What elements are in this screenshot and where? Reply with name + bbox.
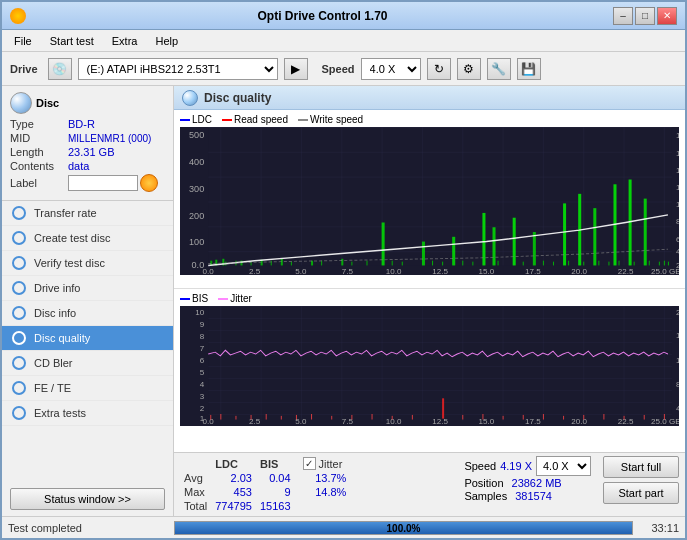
svg-rect-66 (553, 262, 554, 266)
svg-text:15.0: 15.0 (479, 418, 495, 427)
samples-value: 381574 (515, 490, 552, 502)
app-icon (10, 8, 26, 24)
svg-text:4: 4 (200, 381, 205, 390)
sidebar-item-disc-info[interactable]: Disc info (2, 301, 173, 326)
status-window-button[interactable]: Status window >> (10, 488, 165, 510)
sidebar-item-transfer-rate[interactable]: Transfer rate (2, 201, 173, 226)
svg-rect-125 (583, 415, 584, 420)
svg-rect-74 (659, 262, 660, 266)
cd-bler-label: CD Bler (34, 357, 73, 369)
menu-start-test[interactable]: Start test (42, 33, 102, 49)
sidebar-item-disc-quality[interactable]: Disc quality (2, 326, 173, 351)
stats-avg-bis: 0.04 (256, 471, 295, 485)
svg-text:14 X: 14 X (676, 166, 679, 175)
svg-text:18 X: 18 X (676, 132, 679, 141)
close-button[interactable]: ✕ (657, 7, 677, 25)
verify-test-disc-label: Verify test disc (34, 257, 105, 269)
stats-speed-select[interactable]: 4.0 X (536, 456, 591, 476)
drive-action-icon[interactable]: ▶ (284, 58, 308, 80)
refresh-icon[interactable]: ↻ (427, 58, 451, 80)
stats-total-bis: 15163 (256, 499, 295, 513)
stats-avg-ldc: 2.03 (211, 471, 256, 485)
speed-info-value: 4.19 X (500, 460, 532, 472)
menu-help[interactable]: Help (147, 33, 186, 49)
svg-rect-54 (321, 261, 322, 266)
disc-label-key: Label (10, 177, 68, 189)
svg-rect-52 (271, 261, 272, 266)
speed-display-row: Speed 4.19 X 4.0 X (464, 456, 591, 476)
disc-label-icon[interactable] (140, 174, 158, 192)
svg-text:8: 8 (200, 333, 204, 342)
window-title: Opti Drive Control 1.70 (32, 9, 613, 23)
svg-text:3: 3 (200, 393, 204, 402)
sidebar-item-cd-bler[interactable]: CD Bler (2, 351, 173, 376)
jitter-checkbox[interactable]: ✓ (303, 457, 316, 470)
disc-mid-val: MILLENMR1 (000) (68, 133, 151, 144)
stats-max-ldc: 453 (211, 485, 256, 499)
sidebar-item-create-test-disc[interactable]: Create test disc (2, 226, 173, 251)
svg-text:7.5: 7.5 (342, 267, 354, 275)
sidebar-item-fe-te[interactable]: FE / TE (2, 376, 173, 401)
svg-text:5.0: 5.0 (295, 267, 307, 275)
svg-text:22.5: 22.5 (618, 418, 634, 427)
stats-table: LDC BIS ✓ Jitter Avg 2.03 0.04 (180, 456, 350, 513)
drive-label: Drive (10, 63, 38, 75)
settings-icon2[interactable]: 🔧 (487, 58, 511, 80)
svg-text:25.0 GB: 25.0 GB (651, 267, 679, 275)
drive-select[interactable]: (E:) ATAPI iHBS212 2.53T1 (78, 58, 278, 80)
svg-rect-65 (543, 261, 544, 266)
write-speed-dot (298, 119, 308, 121)
svg-rect-120 (482, 414, 483, 420)
stats-max-bis: 9 (256, 485, 295, 499)
bis-chart-panel: BIS Jitter (174, 289, 685, 452)
maximize-button[interactable]: □ (635, 7, 655, 25)
svg-text:10: 10 (195, 309, 204, 318)
svg-rect-108 (251, 415, 252, 420)
stats-avg-key: Avg (180, 471, 211, 485)
disc-type-key: Type (10, 118, 68, 130)
svg-rect-69 (598, 261, 599, 266)
drive-eject-icon[interactable]: 💿 (48, 58, 72, 80)
bis-chart-svg: 10 9 8 7 6 5 4 3 2 1 20% 16% 12% (180, 306, 679, 426)
disc-length-key: Length (10, 146, 68, 158)
speed-select[interactable]: 4.0 X (361, 58, 421, 80)
settings-icon1[interactable]: ⚙ (457, 58, 481, 80)
sidebar-item-extra-tests[interactable]: Extra tests (2, 401, 173, 426)
disc-mid-key: MID (10, 132, 68, 144)
svg-rect-48 (644, 199, 647, 266)
minimize-button[interactable]: – (613, 7, 633, 25)
stats-total-jitter (295, 499, 351, 513)
svg-rect-114 (351, 415, 352, 420)
svg-rect-67 (568, 261, 569, 266)
sidebar-item-drive-info[interactable]: Drive info (2, 276, 173, 301)
menu-bar: File Start test Extra Help (2, 30, 685, 52)
svg-text:20.0: 20.0 (571, 418, 587, 427)
transfer-rate-icon (10, 206, 28, 220)
action-buttons: Start full Start part (603, 456, 679, 504)
save-icon[interactable]: 💾 (517, 58, 541, 80)
start-full-button[interactable]: Start full (603, 456, 679, 478)
svg-rect-35 (341, 259, 343, 266)
svg-rect-113 (331, 416, 332, 420)
svg-text:16%: 16% (676, 332, 679, 341)
svg-text:4 X: 4 X (676, 247, 679, 256)
svg-text:8 X: 8 X (676, 218, 679, 227)
svg-rect-53 (291, 262, 292, 266)
sidebar-item-verify-test-disc[interactable]: Verify test disc (2, 251, 173, 276)
menu-file[interactable]: File (6, 33, 40, 49)
svg-rect-106 (220, 414, 221, 420)
speed-info-panel: Speed 4.19 X 4.0 X Position 23862 MB Sam… (464, 456, 591, 502)
svg-rect-56 (366, 261, 367, 266)
svg-rect-38 (452, 237, 455, 266)
menu-extra[interactable]: Extra (104, 33, 146, 49)
svg-text:22.5: 22.5 (618, 267, 634, 275)
svg-rect-36 (382, 222, 385, 265)
disc-label-input[interactable] (68, 175, 138, 191)
ldc-dot (180, 119, 190, 121)
start-part-button[interactable]: Start part (603, 482, 679, 504)
svg-text:2.5: 2.5 (249, 267, 261, 275)
svg-text:0.0: 0.0 (203, 267, 215, 275)
jitter-checkbox-label: Jitter (319, 458, 343, 470)
svg-rect-41 (513, 218, 516, 266)
svg-text:10 X: 10 X (676, 200, 679, 209)
